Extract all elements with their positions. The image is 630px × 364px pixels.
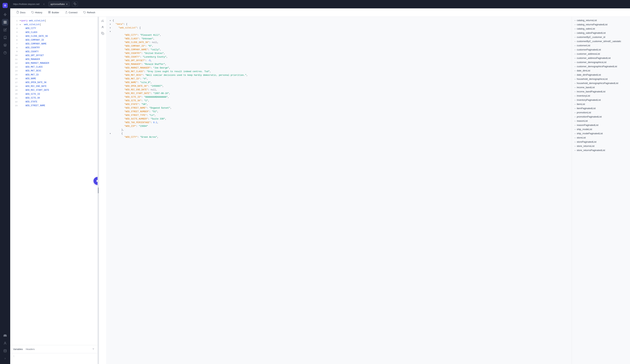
refresh-button[interactable]: Refresh xyxy=(81,10,98,15)
schema-item-label: customerPaginatedList xyxy=(577,48,601,51)
svg-marker-17 xyxy=(96,180,98,182)
schema-item[interactable]: ▸customer_addressPaginatedList xyxy=(572,56,630,60)
schema-item-label: reasonList xyxy=(577,119,588,122)
history-button[interactable]: History xyxy=(29,10,45,15)
variables-expand-icon[interactable] xyxy=(92,348,94,351)
editor-line: 9WEB_COUNTY xyxy=(10,50,98,54)
schema-item[interactable]: ▸reasonPaginatedList xyxy=(572,123,630,127)
chevron-right-icon: ▸ xyxy=(575,57,576,59)
sidebar-icon-edit[interactable] xyxy=(2,26,8,33)
sidebar-expand-btn[interactable] xyxy=(2,355,8,362)
schema-item-label: ship_modeList xyxy=(577,128,592,131)
schema-item[interactable]: ▸catalog_salesPaginatedList xyxy=(572,31,630,35)
schema-item[interactable]: ▸customerList xyxy=(572,43,630,47)
schema-item[interactable]: ▸income_bandList xyxy=(572,85,630,89)
copy-button[interactable] xyxy=(72,1,78,7)
refresh-icon xyxy=(83,11,86,14)
schema-item[interactable]: ▸itemPaginatedList xyxy=(572,106,630,110)
sidebar-icon-help[interactable] xyxy=(2,49,8,56)
schema-item[interactable]: ▸customer_addressList xyxy=(572,52,630,56)
schema-item[interactable]: ▸promotionList xyxy=(572,110,630,115)
schema-item[interactable]: ▸reasonList xyxy=(572,119,630,123)
sidebar-icon-layers[interactable] xyxy=(2,42,8,48)
schema-item-label: customer_addressPaginatedList xyxy=(577,57,611,59)
chevron-right-icon: ▸ xyxy=(575,120,576,122)
result-line: "WEB_CLASS": "Unknown", xyxy=(109,37,569,41)
schema-item[interactable]: ▸catalog_returnsPaginatedList xyxy=(572,22,630,26)
schema-item[interactable]: ▸promotionPaginatedList xyxy=(572,115,630,119)
schema-item[interactable]: ▸catalog_returnsList xyxy=(572,18,630,22)
docs-button[interactable]: Docs xyxy=(14,10,28,15)
schema-item-label: customer_demographicsPaginatedList xyxy=(577,65,617,68)
chevron-right-icon: ▸ xyxy=(575,112,576,113)
svg-rect-13 xyxy=(50,11,50,12)
connect-button[interactable]: Connect xyxy=(62,10,80,15)
schema-item[interactable]: ▸date_dimPaginatedList xyxy=(572,73,630,77)
editor-panel: 1▼ query web_siteList{2▼ web_siteList{3W… xyxy=(10,17,98,364)
tool-magic-btn[interactable] xyxy=(100,18,105,24)
schema-item[interactable]: ▸customerByC_customer_idAndC_salutatic xyxy=(572,39,630,43)
variables-tab[interactable]: Variables xyxy=(13,348,23,351)
schema-item-label: customerByC_customer_id xyxy=(577,36,605,38)
schema-item[interactable]: ▸catalog_salesList xyxy=(572,26,630,31)
results-panel[interactable]: ▼{▼"data": {▼"web_siteList": [▼"WEB_CITY… xyxy=(106,17,572,364)
schema-item[interactable]: ▸itemList xyxy=(572,102,630,106)
headers-tab[interactable]: Headers xyxy=(26,348,35,351)
schema-item-label: date_dimPaginatedList xyxy=(577,73,601,76)
code-editor[interactable]: 1▼ query web_siteList{2▼ web_siteList{3W… xyxy=(10,17,98,345)
chevron-right-icon: ▸ xyxy=(575,61,576,63)
schema-item[interactable]: ▸household_demographicsList xyxy=(572,77,630,81)
app-logo xyxy=(2,2,8,9)
schema-item[interactable]: ▸household_demographicsPaginatedList xyxy=(572,81,630,85)
editor-line: 12WEB_MARKET_MANAGER xyxy=(10,61,98,65)
schema-item[interactable]: ▸inventoryPaginatedList xyxy=(572,98,630,102)
result-line: ▼{ xyxy=(109,132,569,136)
schema-item[interactable]: ▸customer_demographicsPaginatedList xyxy=(572,64,630,68)
schema-item-label: catalog_salesPaginatedList xyxy=(577,31,606,34)
chevron-right-icon: ▸ xyxy=(575,28,576,30)
sidebar-icon-user[interactable] xyxy=(2,340,8,347)
schema-item[interactable]: ▸income_bandPaginatedList xyxy=(572,89,630,94)
schema-item[interactable]: ▸storeList xyxy=(572,136,630,140)
builder-button[interactable]: Builder xyxy=(46,10,62,15)
schema-item[interactable]: ▸ship_modePaginatedList xyxy=(572,131,630,136)
result-line: "WEB_NAME": "site_0", xyxy=(109,81,569,84)
schema-item[interactable]: ▸date_dimList xyxy=(572,68,630,73)
tool-person-btn[interactable] xyxy=(100,24,105,30)
schema-item[interactable]: ▸ship_modeList xyxy=(572,127,630,131)
run-button[interactable] xyxy=(94,177,98,185)
schema-item-label: income_bandPaginatedList xyxy=(577,90,606,93)
schema-item[interactable]: ▸customerPaginatedList xyxy=(572,47,630,52)
result-line: "WEB_MKT_ID": "4", xyxy=(109,77,569,81)
result-line: "WEB_SITE_SK": "1", xyxy=(109,99,569,103)
svg-point-9 xyxy=(4,342,6,343)
editor-line: 21WEB_SITE_SK xyxy=(10,96,98,100)
result-line: "WEB_STREET_NAME": "Dogwood Sunset", xyxy=(109,106,569,110)
sidebar-icon-book[interactable] xyxy=(2,34,8,41)
result-line: "WEB_CLOSE_DATE_SK": null, xyxy=(109,41,569,44)
variables-content[interactable]: 1 xyxy=(10,353,98,364)
svg-rect-11 xyxy=(74,3,76,5)
schema-item-label: storeList xyxy=(577,136,586,139)
schema-item[interactable]: ▸inventoryList xyxy=(572,94,630,98)
back-button[interactable] xyxy=(42,2,46,6)
endpoint-selector[interactable]: api/snowflake ▼ xyxy=(48,2,70,6)
editor-line: 20WEB_SITE_ID xyxy=(10,92,98,96)
sidebar-icon-discord[interactable] xyxy=(2,332,8,339)
schema-item[interactable]: ▸customer_demographicsList xyxy=(572,60,630,64)
schema-item[interactable]: ▸store_returnsList xyxy=(572,144,630,148)
svg-point-18 xyxy=(102,26,103,27)
endpoint-label: api/snowflake xyxy=(50,3,65,5)
sidebar-icon-grid[interactable] xyxy=(2,19,8,25)
sidebar-icon-lightning[interactable] xyxy=(2,11,8,18)
tool-copy-btn[interactable] xyxy=(100,31,105,36)
schema-item[interactable]: ▸store_returnsPaginatedList xyxy=(572,148,630,152)
sidebar-icon-database[interactable] xyxy=(2,348,8,354)
editor-line: 5WEB_CLOSE_DATE_SK xyxy=(10,34,98,38)
schema-item[interactable]: ▸customerByC_customer_id xyxy=(572,35,630,39)
result-line: "WEB_COUNTY": "Lunenburg County", xyxy=(109,55,569,59)
chevron-right-icon: ▸ xyxy=(575,141,576,143)
schema-item[interactable]: ▸storePaginatedList xyxy=(572,140,630,144)
divider-handle xyxy=(98,187,98,193)
chevron-right-icon: ▸ xyxy=(575,133,576,134)
